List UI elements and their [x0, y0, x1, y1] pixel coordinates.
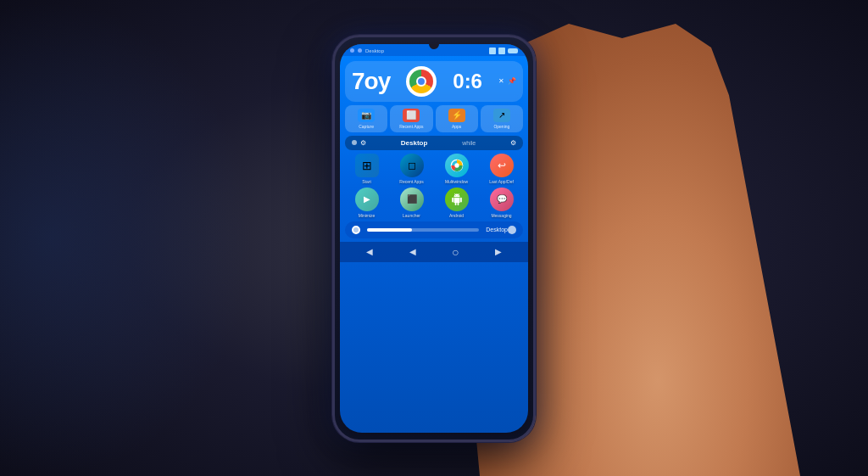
quick-apps-row: 📷 Capture ⬜ Recent Apps ⚡ Apps: [345, 105, 523, 132]
quick-app-capture-label: Capture: [359, 124, 374, 129]
quick-app-apps[interactable]: ⚡ Apps: [436, 105, 478, 132]
status-right: [489, 48, 518, 54]
bottom-bar: Desktop: [345, 221, 523, 238]
app-start-label: Start: [362, 179, 371, 184]
quick-app-capture[interactable]: 📷 Capture: [345, 105, 387, 132]
widget-area: 7oy 0:6 ✕ 📌: [345, 61, 523, 102]
widget-controls: ✕ 📌: [498, 77, 516, 85]
nav-back-button[interactable]: ◀: [366, 247, 373, 256]
recent-apps-circle-icon: ◻: [400, 154, 424, 177]
nav-recent-button[interactable]: ◀: [409, 247, 416, 256]
app-grid-row2: ▶ Minimize ⬛ Launcher Andr: [347, 188, 521, 218]
app-recent-apps[interactable]: ◻ Recent Apps: [392, 154, 431, 184]
battery-icon: [508, 48, 518, 53]
capture-icon: 📷: [358, 109, 375, 122]
minimize-icon: ▶: [355, 188, 379, 211]
quick-app-recent-label: Recent Apps: [399, 124, 423, 129]
taskbar-gear-icon[interactable]: ⚙: [510, 139, 516, 147]
app-messaging[interactable]: 💬 Messaging: [481, 188, 521, 218]
signal-icon: [489, 48, 496, 54]
nav-home-button[interactable]: ○: [452, 245, 459, 259]
phone-device: Desktop 7oy 0:6: [332, 35, 536, 442]
recent-apps-icon: ⬜: [403, 109, 420, 122]
quick-app-recent[interactable]: ⬜ Recent Apps: [390, 105, 432, 132]
taskbar-icons: ⚙: [352, 139, 366, 147]
app-android-label: Android: [449, 213, 464, 218]
scene: Desktop 7oy 0:6: [0, 0, 868, 476]
app-grid-row1: ⊞ Start ◻ Recent Apps: [347, 154, 521, 184]
nav-bar: ◀ ◀ ○ ▶: [340, 242, 528, 262]
chrome-inner: [409, 70, 433, 93]
app-messaging-label: Messaging: [491, 213, 511, 218]
bottom-bar-label: Desktop: [486, 227, 508, 232]
taskbar-settings-icon[interactable]: ⚙: [360, 139, 366, 147]
launcher-icon: ⬛: [400, 188, 424, 211]
status-clock-label: Desktop: [365, 48, 384, 53]
taskbar-right-label: while: [462, 140, 476, 146]
widget-left: 7oy: [352, 70, 390, 93]
app-lastapp[interactable]: ↩ Last App/Def: [481, 154, 521, 184]
app-start[interactable]: ⊞ Start: [347, 154, 387, 184]
widget-score: 0:6: [453, 71, 482, 92]
app-android[interactable]: Android: [437, 188, 476, 218]
app-recent-label: Recent Apps: [399, 179, 423, 184]
messaging-icon: 💬: [490, 188, 514, 211]
status-dot-1: [350, 48, 354, 53]
nav-forward-button[interactable]: ▶: [495, 247, 502, 256]
app-multiwindow-label: Multiwindow: [445, 179, 468, 184]
app-minimize[interactable]: ▶ Minimize: [347, 188, 387, 218]
apps-icon: ⚡: [448, 109, 465, 122]
multiwindow-icon: [445, 154, 469, 177]
bottom-progress-fill: [367, 228, 412, 232]
app-multiwindow[interactable]: Multiwindow: [437, 154, 476, 184]
bottom-bar-right-icon: [508, 226, 516, 234]
start-icon: ⊞: [355, 154, 379, 177]
taskbar-dot-1: [352, 140, 357, 145]
lastapp-icon: ↩: [490, 154, 514, 177]
taskbar-label: Desktop: [401, 139, 428, 147]
phone-screen: Desktop 7oy 0:6: [340, 44, 528, 433]
status-dot-2: [358, 48, 362, 53]
quick-app-opening[interactable]: ↗ Opening: [481, 105, 523, 132]
quick-app-opening-label: Opening: [493, 124, 509, 129]
opening-icon: ↗: [493, 109, 510, 122]
widget-close-icon[interactable]: ✕: [498, 77, 504, 85]
app-launcher-label: Launcher: [403, 213, 420, 218]
widget-pin-icon[interactable]: 📌: [508, 77, 516, 85]
app-minimize-label: Minimize: [359, 213, 376, 218]
chrome-center: [416, 76, 426, 87]
app-launcher[interactable]: ⬛ Launcher: [392, 188, 431, 218]
quick-app-apps-label: Apps: [452, 124, 461, 129]
widget-time: 7oy: [352, 70, 390, 93]
chrome-icon-widget[interactable]: [406, 66, 437, 97]
taskbar: ⚙ Desktop while ⚙: [345, 136, 523, 150]
wifi-icon: [498, 48, 505, 54]
svg-point-1: [454, 163, 459, 167]
status-left: Desktop: [350, 48, 384, 53]
app-lastapp-label: Last App/Def: [489, 179, 514, 184]
bottom-progress-bar: [367, 228, 479, 232]
android-icon: [445, 188, 469, 211]
bottom-bar-circle-icon: [352, 226, 360, 234]
